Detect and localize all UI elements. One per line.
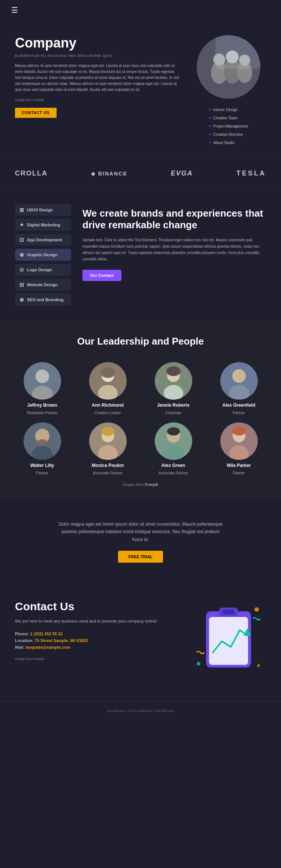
- mila-name: Mila Parker: [227, 463, 251, 468]
- ann-name: Ann Richmond: [92, 403, 124, 408]
- hero-subtitle: ELEMENTUM EU FACILISIS SED ODIO MORBI QU…: [15, 54, 180, 58]
- mila-role: Partner: [233, 471, 245, 475]
- tagline-body: Sample text. Click to select the Text El…: [82, 237, 266, 262]
- leadership-section: Our Leadership and People Jeffrey Brown …: [0, 321, 281, 502]
- services-section: ⊞ UI/UX Design ✦ Digital Marketing ⊡ App…: [0, 189, 281, 321]
- svg-rect-41: [223, 610, 234, 614]
- brand-tesla: TESLA: [236, 169, 266, 177]
- footer: Sample text. Click to select the Text El…: [0, 701, 281, 720]
- hero-section: Company ELEMENTUM EU FACILISIS SED ODIO …: [0, 20, 281, 158]
- website-icon: ⊟: [19, 282, 24, 288]
- svg-rect-7: [215, 35, 260, 69]
- service-website-design[interactable]: ⊟ Website Design: [15, 279, 71, 291]
- walter-name: Walter Lilly: [30, 463, 54, 468]
- team-member-alex-green: Alex Green Associate Partner: [142, 422, 204, 475]
- alex-green-name: Alex Green: [161, 463, 185, 468]
- jennie-role: Chairman: [165, 411, 181, 415]
- uiux-icon: ⊞: [19, 207, 24, 213]
- service-logo-design[interactable]: ⊙ Logo Design: [15, 264, 71, 276]
- team-member-jeffrey: Jeffrey Brown Worldwide Partner: [11, 362, 73, 415]
- brands-bar: CROLLA ◈ BINANCE EVGA TESLA: [0, 158, 281, 189]
- hero-body-text: Massa ultrices mi quis hendrerit dolor m…: [15, 63, 180, 93]
- service-seo-label: SEO and Branding: [27, 297, 63, 302]
- walter-role: Partner: [36, 471, 48, 475]
- contact-location: Location: 75 Street Sample, WI 63025: [15, 638, 184, 643]
- hamburger-icon[interactable]: ☰: [11, 6, 18, 15]
- free-trial-button[interactable]: Free Trial: [118, 551, 163, 563]
- svg-point-9: [36, 370, 49, 383]
- navbar: ☰: [0, 0, 281, 20]
- hero-nav-item[interactable]: • Interior Design: [209, 106, 248, 114]
- hero-image: [197, 35, 260, 99]
- brand-evga: EVGA: [171, 169, 193, 177]
- monica-avatar: [89, 422, 127, 460]
- team-grid-row1: Jeffrey Brown Worldwide Partner Ann Rich…: [11, 362, 270, 415]
- contact-title: Contact Us: [15, 600, 184, 613]
- svg-point-14: [100, 367, 115, 378]
- hero-nav-item[interactable]: • Project Management: [209, 122, 248, 130]
- hero-title: Company: [15, 35, 180, 51]
- svg-rect-39: [209, 617, 248, 665]
- leadership-title: Our Leadership and People: [11, 336, 270, 347]
- team-grid-row2: Walter Lilly Partner Monica Pouliot Asso…: [11, 422, 270, 475]
- marketing-icon: ✦: [19, 222, 24, 228]
- service-uiux[interactable]: ⊞ UI/UX Design: [15, 204, 71, 216]
- service-graphic-design[interactable]: ⊛ Graphic Design: [15, 249, 71, 261]
- hero-nav-item[interactable]: • Creative Team: [209, 114, 248, 122]
- services-list: ⊞ UI/UX Design ✦ Digital Marketing ⊡ App…: [15, 204, 71, 306]
- team-member-jennie: Jennie Roberts Chairman: [142, 362, 204, 415]
- service-marketing-label: Digital Marketing: [27, 223, 60, 227]
- hero-nav-item[interactable]: • Creative Direction: [209, 130, 248, 138]
- alex-green-avatar: [155, 422, 192, 460]
- service-seo-branding[interactable]: ⊕ SEO and Branding: [15, 294, 71, 306]
- contact-mail: Mail: template@sample.com: [15, 645, 184, 650]
- svg-point-37: [232, 427, 246, 435]
- graphic-icon: ⊛: [19, 252, 24, 258]
- cta-text: Dolor magna eget est lorem ipsum dolor s…: [56, 520, 225, 543]
- alex-g-role: Partner: [233, 411, 245, 415]
- jennie-avatar: [155, 362, 192, 400]
- mail-link[interactable]: template@sample.com: [25, 645, 70, 650]
- our-contact-button[interactable]: Our Contact: [82, 270, 121, 281]
- brand-crolla: CROLLA: [15, 169, 48, 177]
- seo-icon: ⊕: [19, 297, 24, 303]
- alex-g-avatar: [220, 362, 258, 400]
- location-value: 75 Street Sample, WI 63025: [35, 638, 88, 643]
- contact-left: Contact Us We are here to meet any busin…: [15, 600, 184, 661]
- footer-text: Sample text. Click to select the Text El…: [11, 709, 270, 713]
- brand-binance: ◈ BINANCE: [91, 171, 127, 177]
- service-app-dev[interactable]: ⊡ App Development: [15, 234, 71, 246]
- hero-nav-item[interactable]: • About Studio: [209, 138, 248, 147]
- monica-role: Associate Partner: [93, 471, 123, 475]
- svg-point-29: [101, 427, 115, 436]
- contact-description: We are here to meet any business need an…: [15, 618, 184, 625]
- ann-role: Creative Leader: [94, 411, 121, 415]
- contact-right: [191, 600, 266, 682]
- cta-section: Dolor magna eget est lorem ipsum dolor s…: [0, 502, 281, 581]
- team-member-monica: Monica Pouliot Associate Partner: [77, 422, 139, 475]
- leadership-image-credit: Images from Freepik: [11, 483, 270, 487]
- contact-image-credit: Image from Freepik: [15, 657, 184, 661]
- svg-point-43: [254, 607, 259, 612]
- svg-point-18: [166, 366, 181, 376]
- jennie-name: Jennie Roberts: [157, 403, 190, 408]
- svg-point-44: [197, 662, 200, 666]
- tagline-area: We create brands and experiences that dr…: [82, 204, 266, 306]
- service-digital-marketing[interactable]: ✦ Digital Marketing: [15, 219, 71, 231]
- jeffrey-role: Worldwide Partner: [27, 411, 57, 415]
- monica-name: Monica Pouliot: [92, 463, 124, 468]
- contact-section: Contact Us We are here to meet any busin…: [0, 581, 281, 701]
- hero-image-credit: Image from Freepik: [15, 98, 180, 102]
- contact-phone: Phone: 1 (232) 252 55 22: [15, 632, 184, 636]
- svg-point-45: [257, 664, 260, 667]
- jeffrey-name: Jeffrey Brown: [27, 403, 57, 408]
- svg-point-25: [38, 439, 47, 444]
- contact-us-button[interactable]: CONTACT US: [15, 108, 57, 118]
- hero-nav-list: • Interior Design • Creative Team • Proj…: [209, 106, 248, 147]
- service-logo-label: Logo Design: [27, 268, 52, 272]
- team-member-mila: Mila Parker Partner: [208, 422, 270, 475]
- alex-g-name: Alex Greenfield: [222, 403, 255, 408]
- service-website-label: Website Design: [27, 282, 58, 287]
- mila-avatar: [220, 422, 258, 460]
- walter-avatar: [24, 422, 61, 460]
